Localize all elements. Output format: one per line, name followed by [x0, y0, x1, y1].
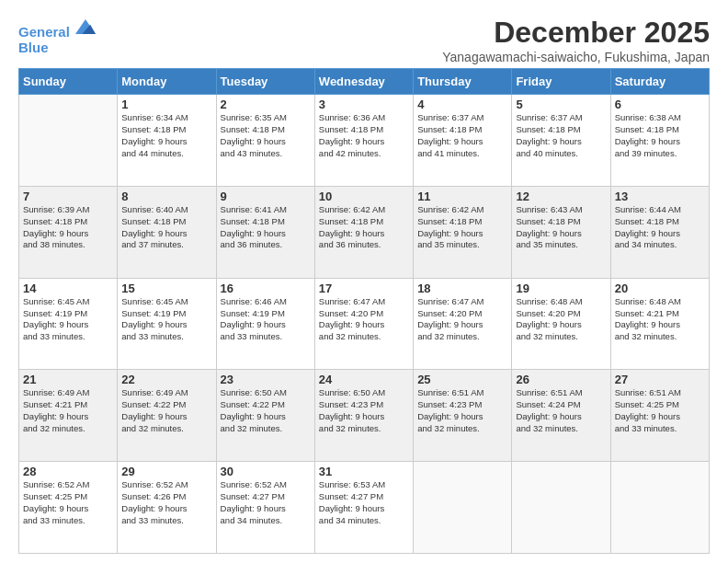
day-info: Sunrise: 6:49 AMSunset: 4:22 PMDaylight:…: [121, 387, 211, 434]
day-number: 28: [23, 465, 113, 478]
day-info: Sunrise: 6:40 AMSunset: 4:18 PMDaylight:…: [121, 204, 211, 251]
calendar-cell: 28Sunrise: 6:52 AMSunset: 4:25 PMDayligh…: [19, 462, 118, 554]
calendar-cell: 24Sunrise: 6:50 AMSunset: 4:23 PMDayligh…: [314, 370, 413, 462]
calendar-cell: 8Sunrise: 6:40 AMSunset: 4:18 PMDaylight…: [118, 186, 216, 278]
day-number: 16: [221, 282, 311, 295]
day-number: 27: [615, 373, 705, 386]
weekday-header-saturday: Saturday: [610, 69, 709, 95]
day-info: Sunrise: 6:45 AMSunset: 4:19 PMDaylight:…: [121, 296, 211, 343]
day-info: Sunrise: 6:35 AMSunset: 4:18 PMDaylight:…: [221, 112, 311, 159]
day-info: Sunrise: 6:36 AMSunset: 4:18 PMDaylight:…: [319, 112, 409, 159]
calendar-cell: 19Sunrise: 6:48 AMSunset: 4:20 PMDayligh…: [512, 278, 610, 370]
day-number: 1: [121, 98, 211, 111]
day-number: 12: [516, 190, 606, 203]
day-info: Sunrise: 6:38 AMSunset: 4:18 PMDaylight:…: [615, 112, 705, 159]
day-info: Sunrise: 6:51 AMSunset: 4:24 PMDaylight:…: [516, 387, 606, 434]
day-number: 21: [23, 373, 113, 386]
calendar-cell: 9Sunrise: 6:41 AMSunset: 4:18 PMDaylight…: [216, 186, 314, 278]
day-number: 9: [221, 190, 311, 203]
week-row-1: 1Sunrise: 6:34 AMSunset: 4:18 PMDaylight…: [19, 95, 710, 187]
day-info: Sunrise: 6:34 AMSunset: 4:18 PMDaylight:…: [121, 112, 211, 159]
day-number: 26: [516, 373, 606, 386]
calendar-cell: 31Sunrise: 6:53 AMSunset: 4:27 PMDayligh…: [314, 462, 413, 554]
calendar-cell: [610, 462, 709, 554]
day-number: 11: [417, 190, 507, 203]
logo-blue: Blue: [18, 40, 96, 56]
calendar-cell: [512, 462, 610, 554]
weekday-header-row: SundayMondayTuesdayWednesdayThursdayFrid…: [19, 69, 710, 95]
day-number: 6: [615, 98, 705, 111]
weekday-header-friday: Friday: [512, 69, 610, 95]
calendar-cell: 14Sunrise: 6:45 AMSunset: 4:19 PMDayligh…: [19, 278, 118, 370]
calendar-cell: 21Sunrise: 6:49 AMSunset: 4:21 PMDayligh…: [19, 370, 118, 462]
calendar-cell: [414, 462, 512, 554]
calendar-cell: 26Sunrise: 6:51 AMSunset: 4:24 PMDayligh…: [512, 370, 610, 462]
calendar-cell: 12Sunrise: 6:43 AMSunset: 4:18 PMDayligh…: [512, 186, 610, 278]
day-number: 23: [221, 373, 311, 386]
day-info: Sunrise: 6:42 AMSunset: 4:18 PMDaylight:…: [417, 204, 507, 251]
subtitle: Yanagawamachi-saiwaicho, Fukushima, Japa…: [442, 50, 710, 64]
logo: General Blue: [18, 17, 96, 55]
day-info: Sunrise: 6:52 AMSunset: 4:27 PMDaylight:…: [221, 479, 311, 526]
day-number: 15: [121, 282, 211, 295]
calendar-cell: 1Sunrise: 6:34 AMSunset: 4:18 PMDaylight…: [118, 95, 216, 187]
day-number: 3: [319, 98, 409, 111]
day-info: Sunrise: 6:45 AMSunset: 4:19 PMDaylight:…: [23, 296, 113, 343]
day-info: Sunrise: 6:49 AMSunset: 4:21 PMDaylight:…: [23, 387, 113, 434]
day-number: 31: [319, 465, 409, 478]
weekday-header-thursday: Thursday: [414, 69, 512, 95]
day-info: Sunrise: 6:44 AMSunset: 4:18 PMDaylight:…: [615, 204, 705, 251]
day-number: 17: [319, 282, 409, 295]
day-info: Sunrise: 6:50 AMSunset: 4:23 PMDaylight:…: [319, 387, 409, 434]
day-number: 29: [121, 465, 211, 478]
calendar-cell: 2Sunrise: 6:35 AMSunset: 4:18 PMDaylight…: [216, 95, 314, 187]
day-info: Sunrise: 6:47 AMSunset: 4:20 PMDaylight:…: [319, 296, 409, 343]
weekday-header-tuesday: Tuesday: [216, 69, 314, 95]
day-info: Sunrise: 6:37 AMSunset: 4:18 PMDaylight:…: [417, 112, 507, 159]
day-info: Sunrise: 6:51 AMSunset: 4:25 PMDaylight:…: [615, 387, 705, 434]
calendar-cell: 23Sunrise: 6:50 AMSunset: 4:22 PMDayligh…: [216, 370, 314, 462]
calendar-table: SundayMondayTuesdayWednesdayThursdayFrid…: [18, 68, 710, 554]
day-info: Sunrise: 6:37 AMSunset: 4:18 PMDaylight:…: [516, 112, 606, 159]
day-info: Sunrise: 6:47 AMSunset: 4:20 PMDaylight:…: [417, 296, 507, 343]
calendar-cell: 30Sunrise: 6:52 AMSunset: 4:27 PMDayligh…: [216, 462, 314, 554]
calendar-cell: 29Sunrise: 6:52 AMSunset: 4:26 PMDayligh…: [118, 462, 216, 554]
day-number: 22: [121, 373, 211, 386]
calendar-cell: 6Sunrise: 6:38 AMSunset: 4:18 PMDaylight…: [610, 95, 709, 187]
logo-icon: [75, 17, 96, 37]
week-row-5: 28Sunrise: 6:52 AMSunset: 4:25 PMDayligh…: [19, 462, 710, 554]
calendar-cell: 7Sunrise: 6:39 AMSunset: 4:18 PMDaylight…: [19, 186, 118, 278]
weekday-header-monday: Monday: [118, 69, 216, 95]
weekday-header-wednesday: Wednesday: [314, 69, 413, 95]
day-number: 24: [319, 373, 409, 386]
day-info: Sunrise: 6:50 AMSunset: 4:22 PMDaylight:…: [221, 387, 311, 434]
calendar-cell: 11Sunrise: 6:42 AMSunset: 4:18 PMDayligh…: [414, 186, 512, 278]
day-info: Sunrise: 6:51 AMSunset: 4:23 PMDaylight:…: [417, 387, 507, 434]
day-info: Sunrise: 6:48 AMSunset: 4:21 PMDaylight:…: [615, 296, 705, 343]
calendar-cell: 4Sunrise: 6:37 AMSunset: 4:18 PMDaylight…: [414, 95, 512, 187]
day-number: 25: [417, 373, 507, 386]
day-number: 19: [516, 282, 606, 295]
day-info: Sunrise: 6:53 AMSunset: 4:27 PMDaylight:…: [319, 479, 409, 526]
day-number: 20: [615, 282, 705, 295]
day-info: Sunrise: 6:42 AMSunset: 4:18 PMDaylight:…: [319, 204, 409, 251]
day-info: Sunrise: 6:46 AMSunset: 4:19 PMDaylight:…: [221, 296, 311, 343]
calendar-cell: 13Sunrise: 6:44 AMSunset: 4:18 PMDayligh…: [610, 186, 709, 278]
calendar-cell: 22Sunrise: 6:49 AMSunset: 4:22 PMDayligh…: [118, 370, 216, 462]
day-number: 18: [417, 282, 507, 295]
calendar-cell: [19, 95, 118, 187]
title-block: December 2025 Yanagawamachi-saiwaicho, F…: [442, 17, 710, 64]
day-info: Sunrise: 6:52 AMSunset: 4:26 PMDaylight:…: [121, 479, 211, 526]
calendar-cell: 3Sunrise: 6:36 AMSunset: 4:18 PMDaylight…: [314, 95, 413, 187]
logo-text: General: [18, 17, 96, 40]
day-number: 7: [23, 190, 113, 203]
day-number: 5: [516, 98, 606, 111]
calendar-cell: 5Sunrise: 6:37 AMSunset: 4:18 PMDaylight…: [512, 95, 610, 187]
calendar-cell: 15Sunrise: 6:45 AMSunset: 4:19 PMDayligh…: [118, 278, 216, 370]
calendar-cell: 20Sunrise: 6:48 AMSunset: 4:21 PMDayligh…: [610, 278, 709, 370]
calendar-cell: 18Sunrise: 6:47 AMSunset: 4:20 PMDayligh…: [414, 278, 512, 370]
day-number: 2: [221, 98, 311, 111]
day-number: 13: [615, 190, 705, 203]
day-info: Sunrise: 6:41 AMSunset: 4:18 PMDaylight:…: [221, 204, 311, 251]
header: General Blue December 2025 Yanagawamachi…: [18, 17, 710, 64]
